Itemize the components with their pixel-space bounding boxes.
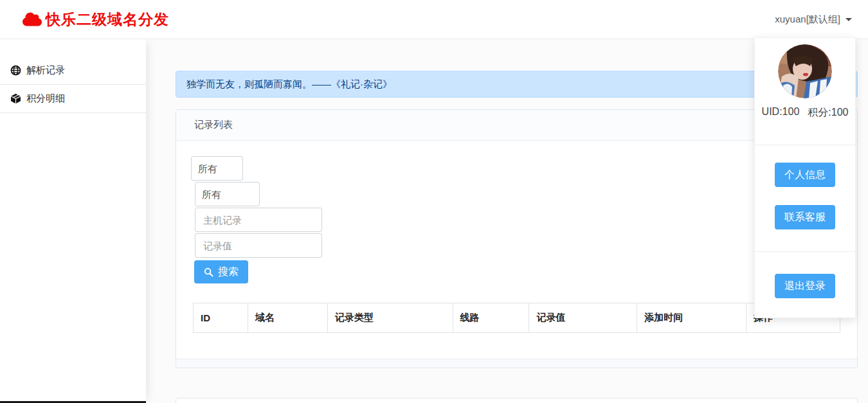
- logout-button[interactable]: 退出登录: [775, 274, 835, 298]
- cloud-icon: [23, 12, 42, 27]
- record-card-footer: [176, 359, 857, 368]
- avatar: [778, 44, 832, 98]
- record-line-select[interactable]: 所有: [195, 182, 260, 206]
- records-table-header-row: ID 域名 记录类型 线路 记录值 添加时间 操作: [194, 303, 840, 333]
- record-card-title: 记录列表: [194, 119, 233, 131]
- quote-text: 独学而无友，则孤陋而寡闻。——《礼记·杂记》: [186, 78, 392, 91]
- user-name-label: xuyuan[默认组]: [775, 13, 840, 26]
- sidebar-item-label: 解析记录: [26, 64, 65, 76]
- panel-divider: [755, 145, 855, 145]
- user-stats-row: UID:100 积分:100: [755, 106, 855, 120]
- search-button[interactable]: 搜索: [194, 260, 248, 283]
- search-icon: [204, 267, 213, 277]
- column-header-record-value: 记录值: [529, 303, 637, 333]
- user-menu-toggle[interactable]: xuyuan[默认组]: [775, 0, 852, 39]
- chevron-down-icon: [845, 18, 852, 21]
- panel-divider: [755, 251, 855, 252]
- sidebar: 解析记录 积分明细: [0, 39, 146, 403]
- profile-button[interactable]: 个人信息: [775, 163, 835, 187]
- globe-icon: [10, 65, 21, 76]
- points-label: 积分:100: [808, 106, 848, 120]
- record-type-select[interactable]: 所有: [191, 156, 243, 181]
- cube-icon: [10, 93, 21, 104]
- sidebar-item-points-detail[interactable]: 积分明细: [0, 85, 146, 113]
- top-header: 快乐二级域名分发 xuyuan[默认组]: [0, 0, 868, 39]
- host-record-input[interactable]: [195, 208, 322, 232]
- sidebar-item-resolution-records[interactable]: 解析记录: [0, 57, 146, 85]
- column-header-domain: 域名: [248, 303, 327, 333]
- column-header-record-type: 记录类型: [327, 303, 453, 333]
- brand-logo[interactable]: 快乐二级域名分发: [23, 0, 169, 39]
- user-dropdown-panel: UID:100 积分:100 个人信息 联系客服 退出登录: [754, 37, 856, 318]
- secondary-card: [176, 398, 858, 403]
- records-table: ID 域名 记录类型 线路 记录值 添加时间 操作: [193, 303, 840, 333]
- brand-title: 快乐二级域名分发: [46, 10, 169, 30]
- uid-label: UID:100: [762, 106, 800, 120]
- column-header-line: 线路: [453, 303, 529, 333]
- column-header-id: ID: [194, 303, 248, 333]
- column-header-add-time: 添加时间: [637, 303, 746, 333]
- search-button-label: 搜索: [218, 265, 239, 279]
- contact-support-button[interactable]: 联系客服: [775, 205, 835, 229]
- sidebar-item-label: 积分明细: [26, 93, 65, 105]
- record-value-input[interactable]: [195, 233, 322, 258]
